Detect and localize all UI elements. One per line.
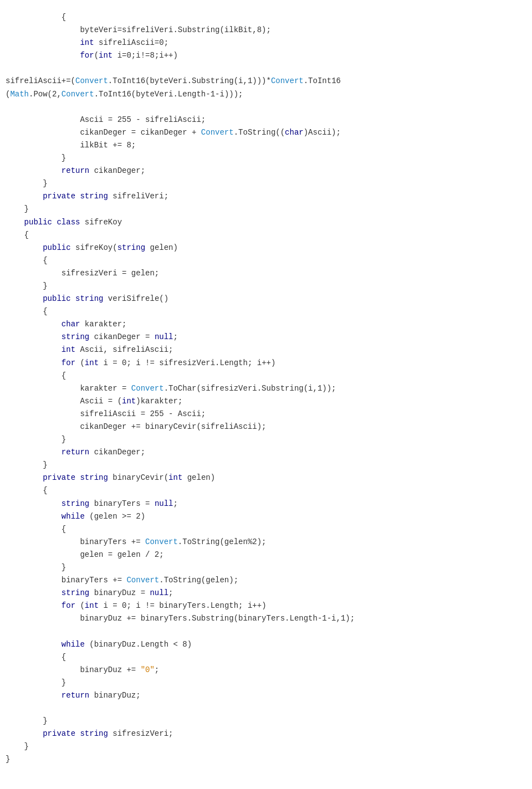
keyword-private-2: private (43, 473, 75, 482)
code-line-54: return binaryDuz; (0, 689, 532, 702)
code-line-34: } (0, 433, 532, 446)
keyword-private-3: private (43, 729, 75, 738)
keyword-int-3: int (62, 345, 75, 354)
code-line-3: int sifreliAscii=0; (0, 37, 532, 49)
code-line-26: string cikanDeger = null; (0, 331, 532, 344)
keyword-char: char (285, 128, 304, 137)
code-line-47: for (int i = 0; i != binaryTers.Length; … (0, 600, 532, 612)
code-line-20: { (0, 254, 532, 267)
code-line-21: sifresizVeri = gelen; (0, 267, 532, 280)
code-line-19: public sifreKoy(string gelen) (0, 242, 532, 254)
code-line-37: private string binaryCevir(int gelen) (0, 472, 532, 484)
keyword-string-5: string (80, 473, 108, 482)
code-line-45: binaryTers += Convert.ToString(gelen); (0, 574, 532, 587)
keyword-null-3: null (150, 588, 168, 597)
code-line-8 (0, 101, 532, 114)
code-line-7: (Math.Pow(2,Convert.ToInt16(byteVeri.Len… (0, 88, 532, 101)
keyword-for: for (80, 51, 94, 60)
code-line-35: return cikanDeger; (0, 446, 532, 459)
keyword-int-5: int (122, 397, 136, 406)
code-line-6: sifreliAscii+=(Convert.ToInt16(byteVeri.… (0, 75, 532, 88)
code-line-42: binaryTers += Convert.ToString(gelen%2); (0, 536, 532, 549)
code-line-9: Ascii = 255 - sifreliAscii; (0, 114, 532, 126)
code-line-56: } (0, 715, 532, 727)
convert-ref-6: Convert (145, 537, 178, 546)
code-line-17: public class sifreKoy (0, 216, 532, 229)
keyword-for-3: for (62, 601, 75, 610)
code-line-59: } (0, 753, 532, 766)
code-line-28: for (int i = 0; i != sifresizVeri.Length… (0, 357, 532, 370)
code-line-11: ilkBit += 8; (0, 139, 532, 152)
convert-ref-3: Convert (62, 90, 94, 99)
keyword-null-2: null (155, 499, 173, 508)
keyword-string-7: string (62, 588, 89, 597)
keyword-null-1: null (155, 332, 173, 341)
code-container: { byteVeri=sifreliVeri.Substring(ilkBit,… (0, 6, 532, 789)
keyword-public-2: public (43, 243, 70, 252)
code-line-43: gelen = gelen / 2; (0, 549, 532, 561)
code-line-32: sifreliAscii = 255 - Ascii; (0, 408, 532, 421)
keyword-return-1: return (62, 166, 89, 175)
convert-ref-1: Convert (75, 76, 108, 85)
code-line-18: { (0, 229, 532, 242)
keyword-int-6: int (168, 473, 182, 482)
code-line-30: karakter = Convert.ToChar(sifresizVeri.S… (0, 382, 532, 395)
keyword-for-2: for (62, 358, 75, 367)
keyword-string-4: string (62, 332, 89, 341)
keyword-string-8: string (80, 729, 108, 738)
code-line-46: string binaryDuz = null; (0, 587, 532, 600)
keyword-while-1: while (62, 512, 85, 521)
code-line-52: binaryDuz += "0"; (0, 664, 532, 677)
keyword-string-1: string (80, 192, 108, 201)
convert-ref-5: Convert (131, 384, 164, 393)
convert-ref-7: Convert (126, 576, 159, 585)
code-line-24: { (0, 305, 532, 318)
code-line-44: } (0, 561, 532, 574)
code-line-48: binaryDuz += binaryTers.Substring(binary… (0, 612, 532, 625)
code-line-10: cikanDeger = cikanDeger + Convert.ToStri… (0, 126, 532, 139)
keyword-return-3: return (62, 691, 89, 700)
code-line-16: } (0, 203, 532, 216)
code-line-58: } (0, 740, 532, 753)
code-line-53: } (0, 677, 532, 689)
code-line-41: { (0, 523, 532, 536)
code-line-50: while (binaryDuz.Length < 8) (0, 638, 532, 651)
keyword-string-3: string (75, 294, 103, 303)
code-line-51: { (0, 651, 532, 664)
code-line-27: int Ascii, sifreliAscii; (0, 344, 532, 356)
keyword-char-2: char (62, 320, 80, 329)
code-line-25: char karakter; (0, 318, 532, 331)
code-line-38: { (0, 484, 532, 497)
keyword-public-1: public (24, 218, 52, 227)
keyword-return-2: return (62, 448, 89, 457)
code-line-23: public string veriSifrele() (0, 293, 532, 305)
code-line-49 (0, 626, 532, 638)
keyword-int: int (80, 38, 94, 47)
keyword-string-2: string (117, 243, 145, 252)
math-ref: Math (10, 90, 29, 99)
convert-ref-4: Convert (201, 128, 234, 137)
code-line-5 (0, 62, 532, 75)
code-line-2: byteVeri=sifreliVeri.Substring(ilkBit,8)… (0, 24, 532, 37)
keyword-int-7: int (85, 601, 99, 610)
code-line-1: { (0, 11, 532, 24)
keyword-int2: int (99, 51, 112, 60)
code-line-40: while (gelen >= 2) (0, 510, 532, 523)
keyword-int-4: int (85, 358, 99, 367)
keyword-class-1: class (57, 218, 80, 227)
convert-ref-2: Convert (271, 76, 304, 85)
code-line-13: return cikanDeger; (0, 165, 532, 177)
code-line-57: private string sifresizVeri; (0, 727, 532, 740)
keyword-private-1: private (43, 192, 75, 201)
code-line-55 (0, 702, 532, 715)
code-line-12: } (0, 152, 532, 165)
keyword-public-3: public (43, 294, 70, 303)
keyword-while-2: while (62, 640, 85, 649)
code-line-31: Ascii = (int)karakter; (0, 395, 532, 408)
code-line-36: } (0, 459, 532, 472)
code-line-22: } (0, 280, 532, 293)
code-line-29: { (0, 370, 532, 382)
keyword-string-6: string (62, 499, 89, 508)
code-line-15: private string sifreliVeri; (0, 190, 532, 203)
code-line-4: for(int i=0;i!=8;i++) (0, 49, 532, 62)
